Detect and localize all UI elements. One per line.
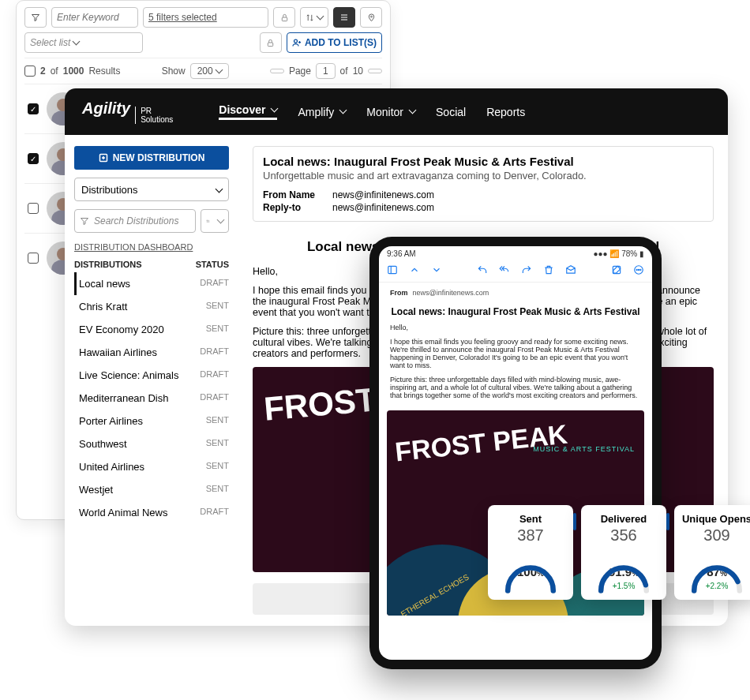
row-checkbox[interactable]: ✓ [28,153,39,164]
prev-page-button[interactable] [270,69,284,73]
trash-icon[interactable] [543,264,554,275]
metric-label: Sent [494,513,567,525]
distribution-row[interactable]: World Animal NewsDRAFT [74,501,229,524]
select-list-dropdown[interactable]: Select list [24,32,143,53]
nav-discover[interactable]: Discover [219,103,277,120]
distribution-row[interactable]: Chris KrattSENT [74,295,229,318]
forward-icon[interactable] [521,264,532,275]
mail-p2: Picture this: three unforgettable days f… [390,376,641,399]
distribution-name: Southwest [79,438,127,450]
distribution-dashboard-link[interactable]: DISTRIBUTION DASHBOARD [74,242,229,252]
distribution-row[interactable]: WestjetSENT [74,478,229,501]
distribution-row[interactable]: Mediterranean DishDRAFT [74,387,229,410]
col-distributions: DISTRIBUTIONS [74,260,142,269]
gauge [502,551,559,582]
distribution-status: DRAFT [200,278,229,290]
mail-title: Local news: Inaugural Frost Peak Music &… [379,300,652,324]
results-total: 1000 [63,66,84,77]
sidebar-icon[interactable] [387,264,398,275]
metric-card-sent: Sent 387 100% [488,505,573,600]
distributions-sidebar: NEW DISTRIBUTION Distributions Search Di… [65,135,238,626]
accent-bar [573,513,576,530]
mail-p1: I hope this email finds you feeling groo… [390,338,641,369]
email-subtitle: Unforgettable music and art extravaganza… [263,170,703,182]
svg-rect-0 [282,17,287,21]
gauge [688,551,745,582]
battery: 78% [621,249,637,258]
distribution-name: World Animal News [79,507,167,518]
distribution-name: Live Science: Animals [79,369,178,381]
filters-selected[interactable]: 5 filters selected [143,7,268,28]
distribution-name: Hawaiian Airlines [79,346,157,358]
accent-bar [666,513,669,530]
svg-point-9 [638,269,639,270]
nav-reports[interactable]: Reports [486,106,525,118]
distribution-row[interactable]: Porter AirlinesSENT [74,410,229,432]
page-of: of [340,66,348,77]
sort-button[interactable] [300,7,328,28]
email-title: Local news: Inaugural Frost Peak Music &… [263,155,703,168]
status-bar: 9:36 AM ●●● 📶 78% ▮ [379,246,652,261]
distribution-row[interactable]: SouthwestSENT [74,432,229,455]
down-icon[interactable] [431,264,442,275]
app-nav: Agility PRSolutions DiscoverAmplifyMonit… [65,88,728,135]
distribution-name: United Airlines [79,461,144,473]
distribution-status: SENT [206,461,229,473]
svg-point-10 [640,269,641,270]
svg-rect-5 [388,266,397,273]
from-label: From Name [263,189,318,200]
metric-value: 387 [494,526,567,545]
new-distribution-button[interactable]: NEW DISTRIBUTION [74,146,229,170]
next-page-button[interactable] [368,69,382,73]
metric-cards: Sent 387 100% Delivered 356 91.9% +1.5% … [488,505,750,600]
reply-icon[interactable] [477,264,488,275]
gauge [595,551,652,582]
row-checkbox[interactable] [28,253,39,264]
svg-point-1 [370,16,372,17]
row-checkbox[interactable] [28,203,39,214]
distribution-row[interactable]: EV Economy 2020SENT [74,318,229,341]
from-value: news@infinitenews.com [332,189,434,200]
poster-subtitle: MUSIC & ARTS FESTIVAL [533,445,635,453]
distribution-row[interactable]: Hawaiian AirlinesDRAFT [74,341,229,364]
select-all-checkbox[interactable] [24,66,36,77]
distribution-name: Westjet [79,484,113,496]
sort-distributions-button[interactable] [201,209,229,233]
page-label: Page [289,66,311,77]
page-size-select[interactable]: 200 [190,63,229,79]
mail-greeting: Hello, [390,324,641,331]
distributions-select[interactable]: Distributions [74,178,229,201]
add-to-list-button[interactable]: ADD TO LIST(S) [287,32,382,53]
up-icon[interactable] [409,264,420,275]
page-input[interactable]: 1 [316,63,336,79]
mail-toolbar [379,261,652,283]
compose-icon[interactable] [611,264,622,275]
archive-icon[interactable] [565,264,576,275]
keyword-input[interactable] [57,12,133,23]
distribution-row[interactable]: United AirlinesSENT [74,455,229,478]
poster-title: FROST PEAK [394,422,568,464]
metric-card-delivered: Delivered 356 91.9% +1.5% [581,505,666,600]
row-checkbox[interactable]: ✓ [28,103,39,114]
lock-icon [273,7,295,28]
nav-social[interactable]: Social [436,106,466,118]
distribution-status: SENT [206,301,229,313]
distribution-row[interactable]: Live Science: AnimalsDRAFT [74,364,229,387]
distribution-status: DRAFT [200,369,229,381]
metric-label: Unique Opens [681,513,750,525]
list-view-button[interactable] [333,7,355,28]
distribution-name: Mediterranean Dish [79,392,168,404]
map-pin-button[interactable] [360,7,382,28]
distribution-status: DRAFT [200,507,229,518]
distribution-row[interactable]: Local newsDRAFT [74,272,229,295]
nav-amplify[interactable]: Amplify [298,106,346,118]
nav-monitor[interactable]: Monitor [366,106,415,118]
distribution-status: SENT [206,415,229,427]
distribution-status: SENT [206,484,229,496]
distribution-name: Local news [79,278,130,290]
search-distributions-input[interactable]: Search Distributions [74,209,196,233]
filter-icon[interactable] [24,7,47,28]
more-icon[interactable] [633,264,644,275]
distribution-status: DRAFT [200,346,229,358]
reply-all-icon[interactable] [499,264,510,275]
